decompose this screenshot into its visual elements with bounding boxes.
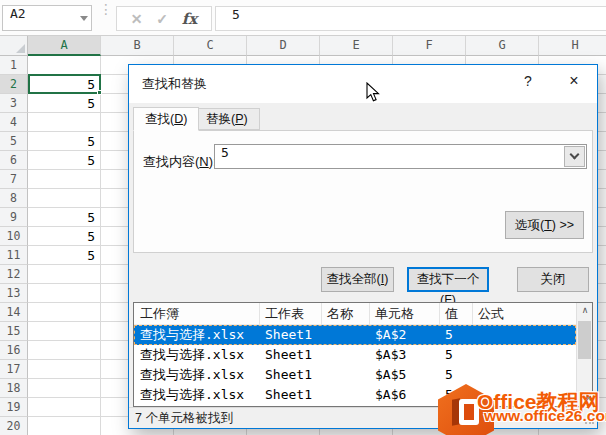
row-header-6[interactable]: 6	[0, 151, 28, 170]
cell-A9[interactable]: 5	[28, 208, 98, 227]
name-box[interactable]: A2	[2, 5, 92, 31]
cancel-entry-icon[interactable]: ✕	[131, 11, 143, 27]
scrollbar-thumb[interactable]	[578, 321, 591, 359]
scroll-up-icon[interactable]: ∧	[577, 303, 593, 319]
result-cell-cell: $A$3	[375, 345, 406, 365]
column-separator	[439, 303, 440, 325]
result-cell-cell: $A$6	[375, 385, 406, 405]
row-header-9[interactable]: 9	[0, 208, 28, 227]
column-header-H[interactable]: H	[539, 36, 606, 56]
find-what-value: 5	[221, 145, 229, 160]
find-all-button[interactable]: 查找全部(I)	[321, 267, 394, 292]
result-cell-cell: $A$2	[375, 325, 406, 345]
select-all-corner[interactable]	[0, 36, 28, 56]
row-header-1[interactable]: 1	[0, 56, 28, 75]
find-replace-dialog: 查找和替换 ? × 查找(D) 替换(P) 查找内容(N): 5 选项(T) >…	[128, 64, 598, 429]
row-header-15[interactable]: 15	[0, 322, 28, 341]
row-header-16[interactable]: 16	[0, 341, 28, 360]
row-header-7[interactable]: 7	[0, 170, 28, 189]
row-header-3[interactable]: 3	[0, 94, 28, 113]
result-row[interactable]: 查找与选择.xlsxSheet1$A$55	[134, 365, 576, 385]
results-col-header: 公式	[478, 303, 504, 325]
column-header-E[interactable]: E	[320, 36, 393, 56]
results-col-header: 值	[445, 303, 458, 325]
row-header-18[interactable]: 18	[0, 379, 28, 398]
row-header-11[interactable]: 11	[0, 246, 28, 265]
results-col-header: 工作簿	[140, 303, 179, 325]
options-button[interactable]: 选项(T) >>	[505, 211, 584, 239]
result-row[interactable]: 查找与选择.xlsxSheet1$A$65	[134, 385, 576, 405]
column-separator	[472, 303, 473, 325]
row-header-4[interactable]: 4	[0, 113, 28, 132]
cell-A6[interactable]: 5	[28, 151, 98, 170]
result-cell-value: 5	[445, 325, 453, 345]
corner-triangle-icon	[16, 44, 25, 53]
result-cell-workbook: 查找与选择.xlsx	[140, 385, 244, 405]
row-header-8[interactable]: 8	[0, 189, 28, 208]
formula-buttons: ✕ ✓ fx	[116, 6, 212, 31]
result-cell-worksheet: Sheet1	[265, 325, 312, 345]
row-header-10[interactable]: 10	[0, 227, 28, 246]
row-header-17[interactable]: 17	[0, 360, 28, 379]
mouse-cursor-icon	[366, 82, 380, 103]
find-what-combobox[interactable]: 5	[214, 144, 587, 169]
column-separator	[321, 303, 322, 325]
row-header-12[interactable]: 12	[0, 265, 28, 284]
column-separator	[259, 303, 260, 325]
resize-grip[interactable]	[584, 415, 594, 425]
column-separator	[369, 303, 370, 325]
result-cell-cell: $A$5	[375, 365, 406, 385]
dialog-close-button[interactable]: ×	[561, 69, 587, 93]
close-button[interactable]: 关闭	[517, 267, 589, 292]
confirm-entry-icon[interactable]: ✓	[156, 11, 168, 27]
find-tab-page: 查找内容(N): 5 选项(T) >>	[133, 130, 593, 253]
column-header-A[interactable]: A	[28, 36, 101, 56]
help-button[interactable]: ?	[515, 69, 541, 93]
insert-function-icon[interactable]: fx	[182, 10, 197, 28]
column-header-F[interactable]: F	[393, 36, 466, 56]
watermark-close-icon[interactable]: ×	[585, 392, 591, 404]
combobox-dropdown-button[interactable]	[564, 146, 585, 167]
formula-bar-strip: A2 ⋮ ✕ ✓ fx 5	[0, 0, 606, 36]
cell-A11[interactable]: 5	[28, 246, 98, 265]
column-header-C[interactable]: C	[174, 36, 247, 56]
result-row[interactable]: 查找与选择.xlsxSheet1$A$25	[134, 325, 576, 345]
result-row[interactable]: 查找与选择.xlsxSheet1$A$35	[134, 345, 576, 365]
fill-handle[interactable]	[97, 90, 102, 95]
dialog-statusbar: 7 个单元格被找到	[129, 407, 597, 428]
result-cell-worksheet: Sheet1	[265, 385, 312, 405]
results-list: 工作簿工作表名称单元格值公式 查找与选择.xlsxSheet1$A$25查找与选…	[133, 302, 593, 407]
name-box-dropdown-icon[interactable]	[80, 16, 88, 21]
formula-input[interactable]: 5	[215, 6, 606, 31]
column-header-D[interactable]: D	[247, 36, 320, 56]
result-cell-value: 5	[445, 345, 453, 365]
column-header-G[interactable]: G	[466, 36, 539, 56]
cell-A5[interactable]: 5	[28, 132, 98, 151]
results-col-header: 工作表	[265, 303, 304, 325]
find-next-button[interactable]: 查找下一个(F)	[407, 267, 489, 292]
result-cell-workbook: 查找与选择.xlsx	[140, 365, 244, 385]
formula-value: 5	[232, 7, 240, 22]
name-box-value: A2	[10, 6, 26, 21]
status-text: 7 个单元格被找到	[135, 408, 233, 428]
excel-window: A2 ⋮ ✕ ✓ fx 5 ABCDEFGH 12345678910111213…	[0, 0, 606, 435]
cell-A3[interactable]: 5	[28, 94, 98, 113]
separator-dots-icon: ⋮	[99, 5, 113, 13]
row-header-5[interactable]: 5	[0, 132, 28, 151]
results-scrollbar[interactable]: ∧	[576, 303, 592, 406]
row-header-2[interactable]: 2	[0, 75, 28, 94]
row-header-13[interactable]: 13	[0, 284, 28, 303]
row-header-19[interactable]: 19	[0, 398, 28, 417]
tab-replace[interactable]: 替换(P)	[194, 108, 260, 130]
dialog-titlebar[interactable]: 查找和替换 ? ×	[129, 65, 597, 103]
dialog-title: 查找和替换	[142, 75, 207, 93]
row-header-14[interactable]: 14	[0, 303, 28, 322]
column-header-B[interactable]: B	[101, 36, 174, 56]
result-cell-value: 5	[445, 385, 453, 405]
results-col-header: 名称	[327, 303, 353, 325]
cell-A10[interactable]: 5	[28, 227, 98, 246]
results-col-header: 单元格	[375, 303, 414, 325]
row-header-20[interactable]: 20	[0, 417, 28, 435]
tab-find[interactable]: 查找(D)	[133, 107, 199, 131]
chevron-down-icon	[570, 150, 580, 160]
